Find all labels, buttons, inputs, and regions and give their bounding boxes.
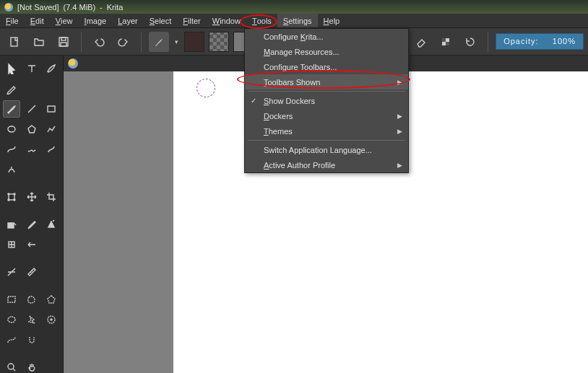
document-tab-icon[interactable] xyxy=(68,58,78,69)
menu-item-themes[interactable]: Themes▶ xyxy=(245,123,408,139)
tool-transform[interactable] xyxy=(3,188,20,206)
svg-rect-2 xyxy=(61,38,66,40)
menu-item-configure-toolbars[interactable]: Configure Toolbars... xyxy=(245,59,408,74)
submenu-arrow-icon: ▶ xyxy=(397,128,402,135)
tool-fill[interactable] xyxy=(3,216,20,233)
svg-rect-0 xyxy=(11,38,17,46)
tool-bezier-select[interactable] xyxy=(3,331,20,348)
tool-rect[interactable] xyxy=(43,100,60,118)
menu-item-switch-application-language[interactable]: Switch Application Language... xyxy=(245,142,408,157)
check-icon: ✓ xyxy=(251,97,256,105)
pattern-swatch-1[interactable] xyxy=(184,32,204,52)
tool-color-picker[interactable] xyxy=(23,216,40,233)
menu-tools[interactable]: Tools xyxy=(246,14,277,27)
tool-dynamic[interactable] xyxy=(43,141,60,158)
tool-pan[interactable] xyxy=(23,359,40,373)
save-file-button[interactable] xyxy=(53,32,74,52)
tool-patch[interactable] xyxy=(3,236,20,253)
menu-file[interactable]: File xyxy=(0,14,25,27)
opacity-label: Opacity: xyxy=(503,37,538,45)
svg-rect-3 xyxy=(61,43,66,46)
svg-rect-5 xyxy=(442,38,446,42)
menu-view[interactable]: View xyxy=(50,14,79,27)
reload-preset-button[interactable] xyxy=(460,32,480,52)
tool-line[interactable] xyxy=(23,100,40,118)
tool-smart-fill[interactable] xyxy=(43,216,60,233)
menu-item-label: Active Author Profile xyxy=(264,161,335,170)
tool-zoom[interactable] xyxy=(3,359,20,373)
tool-polyline[interactable] xyxy=(43,120,60,138)
menu-item-label: Configure Krita... xyxy=(264,32,324,41)
menu-item-show-dockers[interactable]: ✓Show Dockers xyxy=(245,93,408,108)
tool-measure[interactable] xyxy=(23,263,40,281)
svg-rect-16 xyxy=(8,297,15,302)
menu-item-toolbars-shown[interactable]: Toolbars Shown▶ xyxy=(245,74,408,89)
tool-ellipse-select[interactable] xyxy=(3,311,20,328)
tool-cursor[interactable] xyxy=(3,60,20,77)
menu-filter[interactable]: Filter xyxy=(177,14,206,27)
menu-item-label: Toolbars Shown xyxy=(264,78,320,87)
tool-gradient[interactable] xyxy=(23,236,40,253)
svg-point-8 xyxy=(8,126,15,132)
brush-preset-button[interactable] xyxy=(149,32,169,52)
menu-layer[interactable]: Layer xyxy=(112,14,144,27)
toolbar-separator xyxy=(81,32,82,52)
tool-freehand[interactable] xyxy=(23,141,40,158)
new-file-button[interactable] xyxy=(4,32,25,52)
title-app: Krita xyxy=(107,3,124,12)
tool-contig-select[interactable] xyxy=(23,311,40,328)
menu-window[interactable]: Window xyxy=(207,14,246,27)
pattern-swatch-2[interactable] xyxy=(209,32,229,52)
tool-crop[interactable] xyxy=(43,188,60,206)
toolbox xyxy=(0,56,64,373)
tool-bezier[interactable] xyxy=(3,141,20,158)
submenu-arrow-icon: ▶ xyxy=(397,79,402,86)
tool-color-select[interactable] xyxy=(43,311,60,328)
tool-rect-select[interactable] xyxy=(3,291,20,308)
svg-point-17 xyxy=(8,317,15,322)
menu-item-active-author-profile[interactable]: Active Author Profile▶ xyxy=(245,157,408,172)
tool-text[interactable] xyxy=(23,60,40,77)
tool-assist[interactable] xyxy=(3,263,20,281)
menu-item-configure-krita[interactable]: Configure Krita... xyxy=(245,29,408,44)
menu-separator xyxy=(248,91,405,92)
tool-multibrush[interactable] xyxy=(3,161,20,178)
open-file-button[interactable] xyxy=(29,32,49,52)
tool-brush[interactable] xyxy=(3,100,20,118)
menu-item-label: Configure Toolbars... xyxy=(264,63,337,71)
tool-poly-select[interactable] xyxy=(43,291,60,308)
erase-mode-button[interactable] xyxy=(411,32,431,52)
menu-image[interactable]: Image xyxy=(79,14,113,27)
menu-separator xyxy=(248,140,405,141)
alpha-lock-button[interactable] xyxy=(436,32,456,52)
toolbar-separator xyxy=(141,32,142,52)
menu-item-label: Show Dockers xyxy=(264,97,315,105)
tool-polygon[interactable] xyxy=(23,120,40,138)
opacity-value: 100% xyxy=(553,37,576,45)
tool-free-select[interactable] xyxy=(23,291,40,308)
undo-button[interactable] xyxy=(89,32,109,52)
menu-help[interactable]: Help xyxy=(318,14,346,27)
tool-magnetic-select[interactable] xyxy=(23,331,40,348)
tool-move[interactable] xyxy=(23,188,40,206)
menu-select[interactable]: Select xyxy=(144,14,178,27)
app-icon xyxy=(4,3,13,12)
svg-rect-7 xyxy=(48,106,55,112)
tool-calligraphy[interactable] xyxy=(43,60,60,77)
settings-menu-dropdown: Configure Krita...Manage Resources...Con… xyxy=(244,28,409,173)
chevron-down-icon[interactable]: ▾ xyxy=(173,38,180,45)
redo-button[interactable] xyxy=(113,32,134,52)
opacity-slider[interactable]: Opacity: 100% xyxy=(496,33,584,50)
menu-bar: FileEditViewImageLayerSelectFilterWindow… xyxy=(0,14,588,28)
tool-pencil[interactable] xyxy=(3,80,20,97)
tool-ellipse[interactable] xyxy=(3,120,20,138)
svg-point-19 xyxy=(51,319,52,320)
title-doc-status: [Not Saved] xyxy=(17,3,59,12)
title-size: (7.4 MiB) xyxy=(63,3,95,12)
menu-item-label: Switch Application Language... xyxy=(264,146,372,154)
menu-settings[interactable]: Settings xyxy=(277,14,318,27)
menu-item-dockers[interactable]: Dockers▶ xyxy=(245,108,408,123)
menu-edit[interactable]: Edit xyxy=(25,14,50,27)
svg-rect-14 xyxy=(8,223,14,228)
menu-item-manage-resources[interactable]: Manage Resources... xyxy=(245,44,408,59)
